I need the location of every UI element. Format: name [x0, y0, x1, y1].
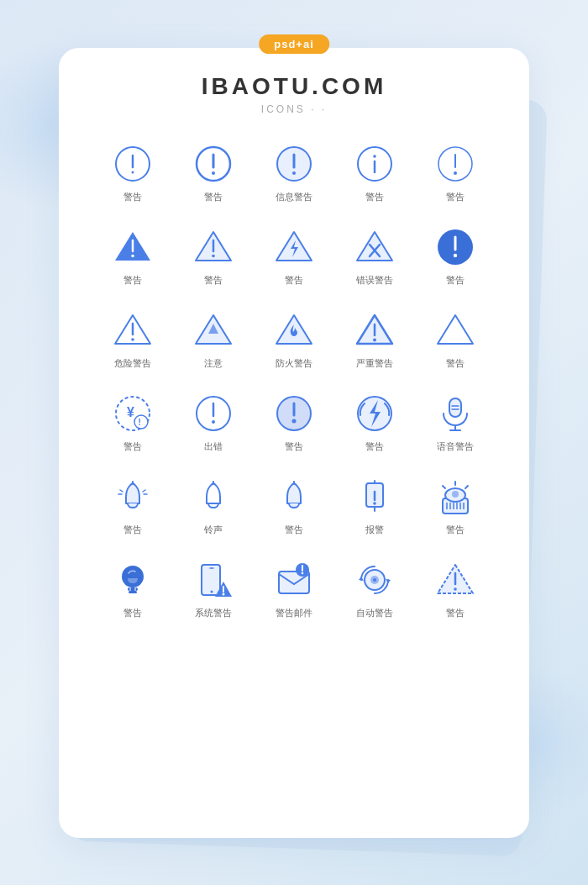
svg-point-15 [454, 171, 457, 175]
list-item: 警告 [254, 468, 334, 543]
svg-marker-24 [357, 232, 392, 261]
icon-siren [433, 475, 477, 519]
icon-label: 警告 [365, 440, 384, 453]
list-item: 危险警告 [92, 302, 173, 377]
svg-line-73 [465, 486, 468, 488]
icon-label: 严重警告 [356, 357, 393, 370]
list-item: 注意 [173, 302, 254, 377]
icon-label: 警告 [446, 524, 465, 536]
list-item: 警告 [415, 302, 496, 377]
svg-line-61 [143, 490, 145, 492]
icon-circle-exclamation-outline [111, 142, 155, 186]
icon-label: 警告 [123, 524, 142, 536]
svg-point-11 [373, 155, 376, 158]
list-item: 错误警告 [334, 219, 415, 293]
icon-triangle-empty [433, 308, 477, 352]
svg-point-46 [212, 420, 215, 424]
icon-mail-warning [272, 558, 316, 602]
list-item: 警告邮件 [254, 551, 334, 626]
icon-label: 警告 [285, 440, 303, 453]
svg-point-18 [131, 254, 134, 257]
svg-point-92 [223, 593, 225, 595]
list-item: 警告 [92, 219, 173, 293]
icon-label: 警告 [204, 191, 223, 203]
svg-rect-87 [202, 565, 220, 595]
svg-point-42 [134, 415, 148, 429]
svg-rect-83 [128, 587, 138, 591]
list-item: 警告 [92, 551, 173, 626]
list-item: 语音警告 [415, 385, 496, 460]
svg-marker-39 [438, 315, 473, 344]
icon-danger-warning [111, 308, 155, 352]
svg-point-21 [212, 254, 215, 257]
list-item: 系统警告 [173, 551, 254, 626]
svg-rect-53 [449, 398, 461, 417]
icon-label: 警告 [123, 274, 142, 287]
icon-triangle-filled [111, 225, 155, 269]
list-item: 警告 [92, 468, 173, 543]
list-item: ¥ ! 警告 [92, 385, 173, 460]
icon-phone-warning [192, 558, 235, 602]
svg-marker-100 [359, 577, 364, 581]
header-dots: · · [311, 103, 327, 115]
svg-point-82 [122, 566, 144, 587]
svg-point-104 [454, 587, 457, 591]
svg-point-69 [373, 502, 376, 505]
svg-line-74 [443, 486, 445, 488]
icon-label: 防火警告 [276, 357, 312, 370]
icon-label: 警告 [123, 191, 142, 203]
icon-label: 警告邮件 [276, 607, 312, 619]
icon-label: 警告 [365, 191, 384, 203]
icon-label: 错误警告 [356, 274, 393, 287]
svg-point-96 [302, 572, 304, 574]
icon-triangle-x [353, 225, 396, 269]
icon-bell-outline [192, 475, 235, 519]
icon-error-circle [192, 392, 235, 435]
list-item: 自动警告 [334, 551, 415, 626]
icon-label: 系统警告 [195, 607, 232, 619]
svg-point-5 [212, 171, 215, 175]
icon-label: 语音警告 [437, 440, 474, 453]
list-item: 警告 [92, 135, 173, 210]
svg-point-29 [454, 253, 457, 256]
list-item: 警告 [254, 385, 334, 460]
svg-point-81 [452, 491, 459, 498]
icon-label: 警告 [285, 274, 303, 287]
list-item: 警告 [334, 135, 415, 210]
icon-circle-exclamation-bold [192, 142, 235, 186]
icon-label: 铃声 [204, 524, 223, 536]
list-item: 警告 [334, 385, 415, 460]
icon-circle-med-exclamation [272, 392, 316, 435]
svg-text:!: ! [139, 418, 141, 427]
list-item: 警告 [415, 219, 496, 293]
list-item: 警告 [173, 135, 254, 210]
svg-point-50 [292, 419, 297, 423]
list-item: 出错 [173, 385, 254, 460]
list-item: 警告 [254, 219, 334, 293]
icon-circle-dark-exclamation [433, 225, 477, 269]
icon-grid: 警告 警告 信息警告 [92, 135, 496, 626]
icon-fire-warning [272, 308, 316, 352]
icon-label: 报警 [365, 524, 384, 536]
icon-label: 警告 [204, 274, 223, 287]
header-subtitle: ICONS · · [92, 103, 496, 115]
svg-marker-35 [276, 315, 312, 344]
list-item: 警告 [415, 551, 496, 626]
svg-point-32 [131, 338, 134, 341]
icon-circle-exclamation-thin [433, 142, 477, 186]
list-item: 信息警告 [254, 135, 334, 210]
list-item: 警告 [415, 468, 496, 543]
svg-point-9 [292, 171, 296, 175]
svg-point-99 [373, 578, 376, 582]
icon-label: 警告 [446, 357, 465, 370]
icon-triangle-outline-fill [192, 225, 235, 269]
svg-marker-101 [386, 579, 391, 583]
icon-label: 出错 [204, 440, 223, 453]
icon-circle-info [353, 142, 396, 186]
icon-microphone [433, 392, 477, 435]
list-item: 报警 [334, 468, 415, 543]
svg-point-89 [211, 590, 213, 593]
icon-label: 危险警告 [114, 357, 151, 370]
svg-line-59 [120, 490, 123, 492]
icon-label: 警告 [446, 191, 465, 203]
